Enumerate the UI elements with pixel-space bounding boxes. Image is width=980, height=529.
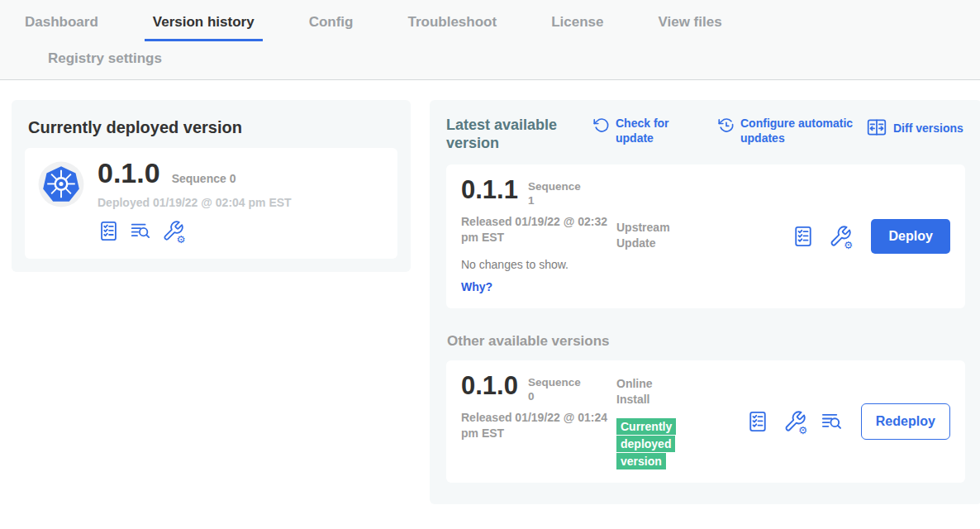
other-version-actions: ⚙ Redeploy xyxy=(746,403,950,440)
nav-row-1: Dashboard Version history Config Trouble… xyxy=(17,11,963,41)
other-version-card: 0.1.0 Sequence 0 Released 01/19/22 @ 01:… xyxy=(446,360,965,483)
nav-row-2: Registry settings xyxy=(17,41,963,79)
other-source-label: Online Install xyxy=(616,376,687,407)
latest-source-label: Upstream Update xyxy=(616,220,687,251)
tab-version-history[interactable]: Version history xyxy=(145,11,263,41)
latest-version-card: 0.1.1 Sequence 1 Released 01/19/22 @ 02:… xyxy=(446,164,965,308)
logs-icon[interactable] xyxy=(821,410,844,433)
top-nav: Dashboard Version history Config Trouble… xyxy=(0,0,980,80)
currently-deployed-title: Currently deployed version xyxy=(28,118,397,137)
config-icon[interactable]: ⚙ xyxy=(783,410,806,433)
checklist-icon[interactable] xyxy=(792,225,815,248)
currently-deployed-badge: Currently deployed version xyxy=(616,418,676,469)
other-version-number: 0.1.0 xyxy=(461,373,518,400)
deployed-version-card: 0.1.0 Sequence 0 Deployed 01/19/22 @ 02:… xyxy=(25,148,397,259)
other-sequence-label: Sequence 0 xyxy=(528,373,589,404)
deployed-version-details: 0.1.0 Sequence 0 Deployed 01/19/22 @ 02:… xyxy=(98,159,292,242)
why-link[interactable]: Why? xyxy=(461,280,492,293)
latest-version-actions: ⚙ Deploy xyxy=(792,219,949,254)
tab-view-files[interactable]: View files xyxy=(649,11,730,41)
kubernetes-logo xyxy=(38,161,84,207)
latest-available-header: Latest available version Check for updat… xyxy=(446,117,965,153)
logs-icon[interactable] xyxy=(130,220,152,242)
main-content: Currently deployed version xyxy=(0,80,980,504)
latest-available-panel: Latest available version Check for updat… xyxy=(430,100,980,504)
other-released-timestamp: Released 01/19/22 @ 01:24 pm EST xyxy=(461,410,614,441)
redeploy-button[interactable]: Redeploy xyxy=(861,403,950,440)
svg-text:⚙: ⚙ xyxy=(844,238,854,250)
config-icon[interactable]: ⚙ xyxy=(162,220,184,242)
svg-text:⚙: ⚙ xyxy=(798,423,808,436)
configure-automatic-updates-label: Configure automatic updates xyxy=(740,117,866,146)
tab-troubleshoot[interactable]: Troubleshoot xyxy=(399,11,505,41)
deployed-timestamp: Deployed 01/19/22 @ 02:04 pm EST xyxy=(98,196,292,209)
svg-text:⚙: ⚙ xyxy=(176,233,185,245)
latest-sequence-label: Sequence 1 xyxy=(528,177,589,208)
check-for-update-link[interactable]: Check for update xyxy=(593,117,685,146)
diff-versions-link[interactable]: Diff versions xyxy=(866,117,963,141)
tab-config[interactable]: Config xyxy=(301,11,362,41)
latest-version-number: 0.1.1 xyxy=(461,177,518,204)
refresh-ccw-icon xyxy=(593,117,610,137)
schedule-update-icon xyxy=(718,117,735,137)
deployed-sequence-label: Sequence 0 xyxy=(172,172,236,185)
deployed-actions: ⚙ xyxy=(98,220,292,242)
check-for-update-label: Check for update xyxy=(616,117,685,146)
tab-license[interactable]: License xyxy=(543,11,611,41)
checklist-icon[interactable] xyxy=(746,410,769,433)
other-version-details: 0.1.0 Sequence 0 Released 01/19/22 @ 01:… xyxy=(461,373,616,441)
tab-dashboard[interactable]: Dashboard xyxy=(17,11,107,41)
latest-version-details: 0.1.1 Sequence 1 Released 01/19/22 @ 02:… xyxy=(461,177,616,294)
other-version-source: Online Install Currently deployed versio… xyxy=(616,373,716,470)
config-icon[interactable]: ⚙ xyxy=(829,225,852,248)
latest-version-source: Upstream Update xyxy=(616,177,716,251)
no-changes-text: No changes to show. xyxy=(461,258,616,271)
deploy-button[interactable]: Deploy xyxy=(871,219,949,254)
configure-automatic-updates-link[interactable]: Configure automatic updates xyxy=(718,117,866,146)
currently-deployed-panel: Currently deployed version xyxy=(12,100,411,272)
other-available-versions-heading: Other available versions xyxy=(447,333,965,350)
diff-versions-label: Diff versions xyxy=(893,122,963,136)
checklist-icon[interactable] xyxy=(98,220,120,242)
latest-available-title: Latest available version xyxy=(446,117,570,153)
deployed-version-number: 0.1.0 xyxy=(98,159,160,188)
tab-registry-settings[interactable]: Registry settings xyxy=(40,49,170,69)
diff-icon xyxy=(866,117,887,141)
latest-released-timestamp: Released 01/19/22 @ 02:32 pm EST xyxy=(461,214,614,245)
